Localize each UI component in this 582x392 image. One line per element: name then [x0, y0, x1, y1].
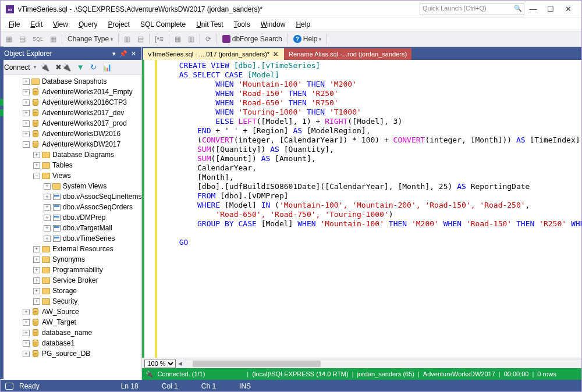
tb-btn-4[interactable]: ▥ [121, 34, 133, 44]
expand-icon[interactable]: + [44, 183, 51, 190]
tree-item[interactable]: +Programmability [1, 265, 141, 275]
horizontal-scrollbar[interactable] [184, 359, 582, 368]
expand-icon[interactable]: + [23, 330, 30, 336]
expand-icon[interactable]: + [44, 225, 51, 231]
tb-btn-6[interactable]: [•≡ [152, 34, 166, 44]
tb-btn-2[interactable]: ▤ [16, 34, 29, 44]
expand-icon[interactable]: + [33, 162, 40, 169]
connect-filter2-icon[interactable]: ▼ [75, 62, 86, 73]
tree-item-db[interactable]: +AW_Target [1, 317, 141, 327]
expand-icon[interactable]: + [44, 236, 51, 242]
tree-item-view[interactable]: +dbo.vAssocSeqOrders [1, 202, 141, 212]
tree-item-view[interactable]: +dbo.vAssocSeqLineItems [1, 191, 141, 202]
expand-icon[interactable]: + [23, 340, 30, 347]
change-type-dropdown[interactable]: Change Type ▾ [65, 34, 116, 44]
tree-item[interactable]: +Database Diagrams [1, 149, 141, 160]
collapse-icon[interactable]: − [23, 141, 30, 148]
tree-item-views[interactable]: −Views [1, 170, 141, 181]
tree-item[interactable]: +System Views [1, 181, 141, 191]
menu-view[interactable]: View [48, 19, 73, 30]
minimize-button[interactable]: — [524, 5, 542, 13]
expand-icon[interactable]: + [33, 288, 40, 294]
tree-item-snapshots[interactable]: +Database Snapshots [1, 76, 141, 87]
tree-item[interactable]: +Synonyms [1, 254, 141, 265]
menu-edit[interactable]: Edit [26, 19, 47, 30]
tree-item-db[interactable]: +database_name [1, 327, 141, 338]
expand-icon[interactable]: + [33, 277, 40, 284]
tree-item[interactable]: +External Resources [1, 244, 141, 254]
panel-dropdown-icon[interactable]: ▾ [111, 50, 118, 58]
tb-refresh-icon[interactable]: ⟳ [203, 34, 214, 44]
tree-item[interactable]: +Storage [1, 286, 141, 296]
tab-close-icon[interactable]: ✕ [272, 51, 279, 58]
tree-item[interactable]: +Security [1, 296, 141, 307]
tree-item-db[interactable]: +PG_source_DB [1, 348, 141, 359]
tb-btn-3[interactable]: ▦ [47, 34, 59, 44]
tree-item[interactable]: +Tables [1, 160, 141, 170]
menu-project[interactable]: Project [104, 19, 134, 30]
expand-icon[interactable]: + [33, 298, 40, 305]
connect-refresh-icon[interactable]: ↻ [88, 62, 98, 73]
tb-sql-icon[interactable]: SQL [30, 35, 46, 43]
tb-btn-8[interactable]: ▥ [185, 34, 197, 44]
dbforge-search-button[interactable]: dbForge Search [219, 34, 285, 44]
close-button[interactable]: ✕ [559, 5, 577, 13]
connect-activity-icon[interactable]: 📊 [101, 62, 113, 73]
menu-file[interactable]: File [4, 19, 24, 30]
expand-icon[interactable]: + [23, 309, 30, 315]
tree-item-db[interactable]: +AdventureWorksDW2016 [1, 129, 141, 139]
tb-btn-7[interactable]: ▦ [172, 34, 184, 44]
expand-icon[interactable]: + [23, 89, 30, 95]
expand-icon[interactable]: + [23, 110, 30, 116]
expand-icon[interactable]: + [23, 99, 30, 106]
menu-sqlcomplete[interactable]: SQL Complete [136, 19, 190, 30]
tab-inactive[interactable]: Rename Alias.sql -...rod (jordan_sanders… [284, 48, 411, 60]
expand-icon[interactable]: + [33, 256, 40, 263]
object-explorer-tree[interactable]: +Database Snapshots +AdventureWorks2014_… [1, 75, 141, 380]
chevron-left-icon[interactable]: ◀ [178, 361, 182, 366]
expand-icon[interactable]: + [23, 120, 30, 127]
tree-item-db[interactable]: +AdventureWorks2017_prod [1, 118, 141, 129]
tree-item[interactable]: +Service Broker [1, 275, 141, 286]
expand-icon[interactable]: + [23, 319, 30, 326]
tab-active[interactable]: vTimeSeries.sql - ....017 (jordan_sander… [143, 48, 284, 60]
tree-item-view[interactable]: +dbo.vDMPrep [1, 212, 141, 223]
expand-icon[interactable]: + [23, 351, 30, 357]
expand-icon[interactable]: + [44, 215, 51, 221]
quick-launch-input[interactable]: Quick Launch (Ctrl+Q) [420, 3, 524, 15]
help-dropdown[interactable]: ? Help ▾ [290, 34, 325, 44]
expand-icon[interactable]: + [44, 194, 51, 200]
sql-editor[interactable]: CREATE VIEW [dbo].[vTimeSeries] AS SELEC… [142, 60, 582, 358]
menu-window[interactable]: Window [256, 19, 290, 30]
database-icon [33, 120, 38, 127]
panel-pin-icon[interactable]: 📌 [118, 50, 129, 58]
tb-btn-1[interactable]: ▦ [3, 34, 15, 44]
tree-item-view[interactable]: +dbo.vTargetMail [1, 223, 141, 233]
expand-icon[interactable]: + [33, 246, 40, 252]
tree-item-db[interactable]: +AW_Source [1, 307, 141, 317]
expand-icon[interactable]: + [23, 131, 30, 137]
maximize-button[interactable]: ☐ [542, 5, 559, 13]
expand-icon[interactable]: + [33, 152, 40, 158]
tree-item-db[interactable]: +AdventureWorks2017_dev [1, 108, 141, 118]
tree-item-db-expanded[interactable]: −AdventureWorksDW2017 [1, 139, 141, 149]
expand-icon[interactable]: + [23, 79, 30, 85]
menu-help[interactable]: Help [291, 19, 315, 30]
collapse-icon[interactable]: − [33, 173, 40, 179]
expand-icon[interactable]: + [33, 267, 40, 273]
menu-unittest[interactable]: Unit Test [191, 19, 228, 30]
expand-icon[interactable]: + [44, 204, 51, 211]
panel-close-icon[interactable]: ✕ [129, 50, 138, 58]
tree-item-db[interactable]: +database1 [1, 338, 141, 348]
connect-disconnect-icon[interactable]: ✖🔌 [54, 62, 73, 73]
zoom-select[interactable]: 100 % [144, 359, 176, 368]
tree-item-db[interactable]: +AdventureWorks2016CTP3 [1, 97, 141, 108]
database-icon [33, 329, 38, 336]
connect-label[interactable]: Connect [3, 62, 31, 73]
connect-filter-icon[interactable]: 🔌 [38, 62, 51, 73]
menu-tools[interactable]: Tools [229, 19, 255, 30]
tree-item-view[interactable]: +dbo.vTimeSeries [1, 233, 141, 244]
tree-item-db[interactable]: +AdventureWorks2014_Empty [1, 87, 141, 97]
tb-btn-5[interactable]: ▤ [134, 34, 147, 44]
menu-query[interactable]: Query [74, 19, 102, 30]
